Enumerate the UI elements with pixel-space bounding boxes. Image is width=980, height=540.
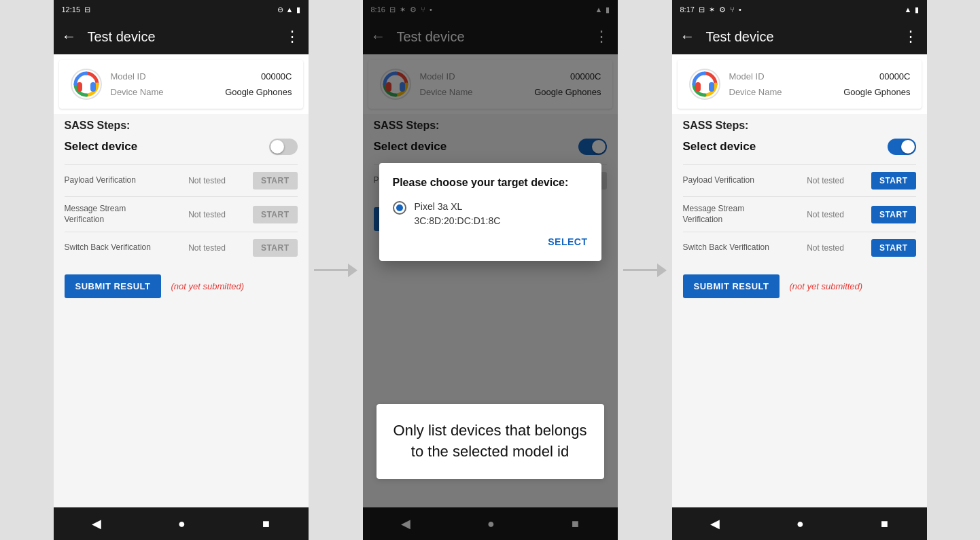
wifi-icon-right: ▲ bbox=[905, 5, 912, 14]
back-nav-left[interactable]: ◀ bbox=[75, 511, 118, 537]
svg-rect-7 bbox=[695, 82, 701, 92]
step-status-0-right: Not tested bbox=[785, 176, 866, 185]
nav-bar-right: ◀ ● ■ bbox=[672, 507, 927, 540]
model-id-value-left: 00000C bbox=[261, 69, 292, 84]
step-status-1-left: Not tested bbox=[167, 210, 247, 219]
arrow-body-1 bbox=[314, 269, 348, 271]
device-option-info: Pixel 3a XL 3C:8D:20:DC:D1:8C bbox=[415, 200, 501, 228]
step-name-0-right: Payload Verification bbox=[683, 175, 780, 186]
recents-nav-left[interactable]: ■ bbox=[246, 511, 286, 537]
status-bar-right: 8:17 ⊟ ✶ ⚙ ⑂ • ▲ ▮ bbox=[672, 0, 927, 19]
toggle-right[interactable] bbox=[888, 139, 916, 155]
step-btn-2-right[interactable]: START bbox=[871, 239, 916, 257]
device-select-dialog: Please choose your target device: Pixel … bbox=[379, 163, 601, 261]
step-status-1-right: Not tested bbox=[785, 210, 866, 219]
table-row: Message Stream Verification Not tested S… bbox=[683, 196, 916, 232]
select-button[interactable]: SELECT bbox=[548, 236, 587, 247]
table-row: Switch Back Verification Not tested STAR… bbox=[65, 232, 298, 264]
title-left: Test device bbox=[88, 29, 274, 45]
time-right: 8:17 bbox=[680, 5, 695, 14]
svg-rect-1 bbox=[77, 82, 82, 92]
title-bar-left: ← Test device ⋮ bbox=[54, 19, 309, 54]
dialog-option: Pixel 3a XL 3C:8D:20:DC:D1:8C bbox=[393, 200, 588, 228]
back-button-left[interactable]: ← bbox=[62, 28, 77, 46]
status-bar-left: 12:15 ⊟ ⊖ ▲ ▮ bbox=[54, 0, 309, 19]
phone-left: 12:15 ⊟ ⊖ ▲ ▮ ← Test device ⋮ Model ID 0… bbox=[54, 0, 309, 540]
step-btn-2-left[interactable]: START bbox=[253, 239, 298, 257]
title-right: Test device bbox=[706, 29, 892, 45]
step-name-2-left: Switch Back Verification bbox=[65, 242, 162, 253]
submit-button-left[interactable]: SUBMIT RESULT bbox=[65, 274, 162, 298]
arrow-head-2 bbox=[657, 264, 667, 277]
arrow-body-2 bbox=[623, 269, 657, 271]
fork-icon-right: ⑂ bbox=[730, 5, 735, 14]
more-button-left[interactable]: ⋮ bbox=[285, 28, 300, 46]
dialog-actions: SELECT bbox=[393, 236, 588, 247]
step-btn-0-right[interactable]: START bbox=[871, 172, 916, 190]
svg-rect-2 bbox=[90, 82, 96, 92]
device-info-left: Model ID 00000C Device Name Google Gphon… bbox=[111, 69, 292, 101]
phone-right: 8:17 ⊟ ✶ ⚙ ⑂ • ▲ ▮ ← Test device ⋮ Model bbox=[672, 0, 927, 540]
arrow-2 bbox=[618, 264, 672, 277]
submit-button-right[interactable]: SUBMIT RESULT bbox=[683, 274, 780, 298]
step-status-2-left: Not tested bbox=[167, 243, 247, 253]
submit-row-left: SUBMIT RESULT (not yet submitted) bbox=[65, 274, 298, 298]
toggle-left[interactable] bbox=[269, 139, 298, 155]
content-right: SASS Steps: Select device Payload Verifi… bbox=[672, 114, 927, 507]
select-device-row-left: Select device bbox=[65, 139, 298, 155]
battery-icon-left: ▮ bbox=[296, 5, 300, 14]
phone-middle: 8:16 ⊟ ✶ ⚙ ⑂ • ▲ ▮ ← Test device ⋮ Model bbox=[363, 0, 618, 540]
step-name-0-left: Payload Verification bbox=[65, 175, 162, 186]
device-name-value-left: Google Gphones bbox=[225, 84, 292, 100]
home-nav-left[interactable]: ● bbox=[162, 511, 202, 537]
submit-row-right: SUBMIT RESULT (not yet submitted) bbox=[683, 274, 916, 298]
device-logo-left bbox=[70, 68, 103, 101]
toggle-knob-left bbox=[270, 140, 284, 154]
content-left: SASS Steps: Select device Payload Verifi… bbox=[54, 114, 309, 507]
device-card-left: Model ID 00000C Device Name Google Gphon… bbox=[59, 60, 303, 109]
sim-icon-left: ⊟ bbox=[84, 5, 90, 14]
home-nav-right[interactable]: ● bbox=[780, 511, 820, 537]
svg-rect-8 bbox=[709, 82, 714, 92]
table-row: Payload Verification Not tested START bbox=[65, 164, 298, 196]
select-device-row-right: Select device bbox=[683, 139, 916, 155]
sim-icon-right: ⊟ bbox=[699, 5, 705, 14]
step-name-2-right: Switch Back Verification bbox=[683, 242, 780, 253]
step-status-0-left: Not tested bbox=[167, 176, 247, 185]
arrow-1 bbox=[309, 264, 363, 277]
wifi-icon-left: ▲ bbox=[286, 5, 294, 14]
dialog-device-id: 3C:8D:20:DC:D1:8C bbox=[415, 214, 501, 228]
time-left: 12:15 bbox=[62, 5, 81, 14]
arrow-head-1 bbox=[348, 264, 357, 277]
sass-title-right: SASS Steps: bbox=[683, 120, 916, 132]
dialog-title: Please choose your target device: bbox=[393, 177, 588, 189]
select-device-label-right: Select device bbox=[683, 140, 756, 154]
nav-bar-left: ◀ ● ■ bbox=[54, 507, 309, 540]
settings-icon-right: ⚙ bbox=[719, 5, 726, 14]
table-row: Payload Verification Not tested START bbox=[683, 164, 916, 196]
step-btn-0-left[interactable]: START bbox=[253, 172, 298, 190]
star-icon-right: ✶ bbox=[709, 5, 715, 14]
circle-icon-left: ⊖ bbox=[277, 5, 283, 14]
table-row: Message Stream Verification Not tested S… bbox=[65, 196, 298, 232]
toggle-knob-right bbox=[901, 140, 915, 154]
model-id-label-left: Model ID bbox=[111, 69, 146, 84]
device-name-value-right: Google Gphones bbox=[843, 84, 910, 100]
radio-button[interactable] bbox=[393, 201, 406, 215]
step-name-1-left: Message Stream Verification bbox=[65, 204, 162, 225]
model-id-value-right: 00000C bbox=[879, 69, 911, 84]
device-card-right: Model ID 00000C Device Name Google Gphon… bbox=[678, 60, 922, 109]
step-btn-1-right[interactable]: START bbox=[871, 206, 916, 223]
recents-nav-right[interactable]: ■ bbox=[864, 511, 905, 537]
model-id-label-right: Model ID bbox=[729, 69, 765, 84]
more-button-right[interactable]: ⋮ bbox=[903, 28, 919, 46]
device-logo-right bbox=[688, 68, 721, 101]
back-button-right[interactable]: ← bbox=[680, 28, 695, 46]
device-name-label-right: Device Name bbox=[729, 84, 782, 100]
step-btn-1-left[interactable]: START bbox=[253, 206, 298, 223]
not-submitted-right: (not yet submitted) bbox=[789, 281, 862, 291]
step-status-2-right: Not tested bbox=[785, 243, 866, 253]
battery-icon-right: ▮ bbox=[915, 5, 919, 14]
radio-inner bbox=[396, 204, 403, 211]
back-nav-right[interactable]: ◀ bbox=[694, 511, 736, 537]
